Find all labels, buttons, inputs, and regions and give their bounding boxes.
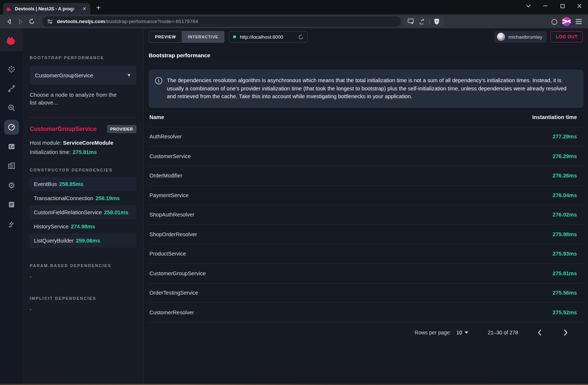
window-close-button[interactable] <box>571 0 588 12</box>
status-dot <box>233 35 236 38</box>
info-box: The dependencies resolution algorithm is… <box>149 70 584 108</box>
forward-button[interactable] <box>15 16 26 27</box>
browser-tab-strip: Devtools | NestJS - A progressive ✕ + <box>0 0 588 15</box>
table-row: CustomerGroupService275.81ms <box>149 264 584 283</box>
dep-item[interactable]: CustomFieldRelationService259.01ms <box>30 205 136 219</box>
column-name: Name <box>149 114 164 120</box>
tab-title-fade <box>70 3 81 15</box>
url-bar[interactable]: devtools.nestjs.com/bootstrap-performanc… <box>42 16 401 27</box>
table-row: ProductService275.93ms <box>149 244 584 264</box>
table-row: CustomerResolver275.52ms <box>149 303 584 323</box>
new-tab-button[interactable]: + <box>96 4 101 12</box>
username: michaelbromley <box>508 34 542 40</box>
instantiation-table: Name Instantiation time AuthResolver277.… <box>149 108 584 323</box>
node-select-value: CustomerGroupService <box>35 72 93 78</box>
nav-settings-icon[interactable]: ⚙ <box>2 176 21 195</box>
info-icon <box>155 77 163 101</box>
provider-badge: PROVIDER <box>107 125 136 133</box>
table-row: OrderTestingService275.56ms <box>149 283 584 303</box>
table-row: PaymentService276.04ms <box>149 186 584 205</box>
rows-per-page-label: Rows per page: <box>415 330 451 336</box>
nav-docs-icon[interactable] <box>2 195 21 214</box>
param-deps-empty: - <box>30 274 136 280</box>
reload-button[interactable] <box>26 16 37 27</box>
bootstrap-performance-panel: BOOTSTRAP PERFORMANCE CustomerGroupServi… <box>23 28 143 384</box>
toolbar-separator <box>429 19 430 25</box>
view-mode-toggle: PREVIEW INTERACTIVE <box>149 31 224 43</box>
implicit-deps-empty: - <box>30 307 136 312</box>
back-button[interactable] <box>4 16 15 27</box>
sidebar-panel-icon[interactable] <box>406 16 417 27</box>
nav-sandbox-icon[interactable] <box>2 214 21 234</box>
previous-page-button[interactable] <box>535 328 544 337</box>
window-minimize-button[interactable] <box>537 0 554 12</box>
constructor-deps-title: CONSTRUCTOR DEPENDENCIES <box>30 168 136 172</box>
interactive-button[interactable]: INTERACTIVE <box>182 31 224 42</box>
next-page-button[interactable] <box>561 328 570 337</box>
info-text: The dependencies resolution algorithm is… <box>167 77 576 101</box>
rows-per-page-select[interactable]: 10 <box>456 330 469 336</box>
nav-audit-icon[interactable] <box>2 137 21 156</box>
extensions-icon[interactable] <box>549 16 560 27</box>
nav-routes-icon[interactable] <box>2 79 21 98</box>
choose-node-hint: Choose a node to analyze from the list a… <box>30 91 123 106</box>
nestjs-favicon <box>6 6 12 12</box>
nestjs-logo <box>0 28 23 51</box>
target-url-input[interactable]: http://localhost:8000 <box>229 31 308 42</box>
param-deps-title: PARAM-BASED DEPENDENCIES <box>30 263 136 268</box>
nav-modules-icon[interactable] <box>2 156 21 176</box>
share-icon[interactable] <box>417 16 428 27</box>
browser-toolbar: devtools.nestjs.com/bootstrap-performanc… <box>0 15 588 28</box>
dep-item[interactable]: EventBus258.85ms <box>30 177 136 191</box>
tab-close-icon[interactable]: ✕ <box>81 6 88 12</box>
brave-shield-icon[interactable] <box>431 16 442 27</box>
app-header: PREVIEW INTERACTIVE http://localhost:800… <box>143 28 588 45</box>
nav-graph-icon[interactable] <box>2 60 21 79</box>
table-row: CustomerService276.29ms <box>149 147 584 166</box>
column-instantiation-time: Instantiation time <box>532 114 584 120</box>
panel-divider <box>30 117 136 118</box>
dep-item[interactable]: TransactionalConnection258.19ms <box>30 191 136 205</box>
user-menu[interactable]: michaelbromley <box>494 31 547 43</box>
url-text[interactable]: devtools.nestjs.com/bootstrap-performanc… <box>57 19 198 24</box>
browser-menu-icon[interactable] <box>573 16 584 27</box>
chevron-down-icon: ▼ <box>127 73 131 78</box>
table-header: Name Instantiation time <box>149 108 584 127</box>
logout-button[interactable]: LOG OUT <box>550 31 583 42</box>
node-select[interactable]: CustomerGroupService ▼ <box>30 66 136 84</box>
constructor-deps-list: EventBus258.85ms TransactionalConnection… <box>30 177 136 248</box>
init-time-row: Initialization time: 275.81ms <box>30 149 136 155</box>
dep-item[interactable]: ListQueryBuilder259.06ms <box>30 234 136 248</box>
implicit-deps-title: IMPLICIT DEPENDENCIES <box>30 296 136 301</box>
target-url-value: http://localhost:8000 <box>240 34 283 40</box>
chevron-down-icon <box>465 331 468 334</box>
table-row: ShopOrderResolver275.98ms <box>149 225 584 244</box>
host-module-row: Host module: ServiceCoreModule <box>30 140 136 146</box>
pagination-range: 21–30 of 278 <box>488 330 518 336</box>
nav-performance-icon[interactable] <box>2 118 21 137</box>
selected-node-name: CustomerGroupService <box>30 126 97 132</box>
refresh-icon[interactable] <box>298 34 304 40</box>
site-settings-icon[interactable] <box>47 19 53 24</box>
browser-tab[interactable]: Devtools | NestJS - A progressive ✕ <box>3 3 90 15</box>
panel-section-title: BOOTSTRAP PERFORMANCE <box>30 55 136 60</box>
page-title: Bootstrap performance <box>149 52 584 58</box>
window-maximize-button[interactable] <box>554 0 571 12</box>
table-row: OrderModifier276.26ms <box>149 166 584 186</box>
tab-search-chevron-icon[interactable] <box>520 0 537 12</box>
pagination: Rows per page: 10 21–30 of 278 <box>149 323 584 343</box>
nav-rail: ⚙ <box>0 28 23 384</box>
table-row: AuthResolver277.29ms <box>149 127 584 147</box>
user-avatar <box>497 33 505 41</box>
browser-profile-avatar[interactable] <box>562 17 571 26</box>
preview-button[interactable]: PREVIEW <box>149 31 182 42</box>
dep-item[interactable]: HistoryService274.98ms <box>30 219 136 234</box>
nav-inspect-icon[interactable] <box>2 98 21 118</box>
table-row: ShopAuthResolver276.02ms <box>149 205 584 225</box>
title-divider <box>149 64 584 64</box>
tab-title: Devtools | NestJS - A progressive <box>15 6 74 12</box>
